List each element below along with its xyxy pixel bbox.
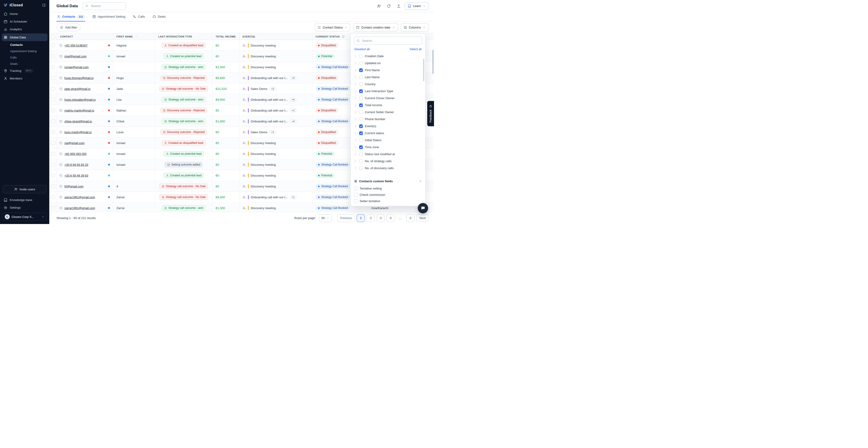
page-button[interactable]: 3 [377, 214, 385, 222]
drag-handle-icon[interactable] [354, 76, 357, 79]
column-field-item[interactable]: Country [354, 80, 422, 88]
field-checkbox[interactable] [359, 117, 363, 121]
row-checkbox[interactable] [51, 184, 55, 188]
row-checkbox[interactable] [51, 195, 55, 199]
sidebar-item-settings[interactable]: Settings [0, 204, 49, 211]
column-field-item[interactable]: Initial Status [354, 137, 422, 144]
select-all-link[interactable]: Select all [410, 47, 422, 51]
contact-link[interactable]: chloe.girard@imail.io [64, 120, 92, 123]
row-checkbox[interactable] [51, 55, 55, 58]
chat-widget-button[interactable] [418, 203, 428, 213]
collapse-sidebar-icon[interactable] [42, 3, 46, 7]
contact-link[interactable]: zarrar1961@gmail.com [64, 206, 95, 210]
field-checkbox[interactable] [354, 186, 358, 190]
deselect-all-link[interactable]: Deselect all [354, 47, 370, 51]
field-checkbox[interactable] [359, 68, 363, 72]
contact-link[interactable]: zarrar1961@gmail.com [64, 196, 95, 199]
field-checkbox[interactable] [354, 193, 358, 197]
tab-calls[interactable]: Calls [132, 12, 145, 22]
contact-link[interactable]: jade.girard@imail.io [64, 87, 90, 91]
drag-handle-icon[interactable] [354, 118, 357, 121]
contact-link[interactable]: hugo.thomas@imail.io [64, 76, 94, 80]
info-icon[interactable] [342, 35, 345, 38]
field-checkbox[interactable] [359, 138, 363, 142]
tab-deals[interactable]: Deals [152, 12, 166, 22]
field-checkbox[interactable] [359, 110, 363, 114]
row-checkbox[interactable] [51, 65, 55, 69]
columns-search[interactable] [354, 37, 422, 45]
export-button[interactable] [395, 2, 403, 10]
add-filter-button[interactable]: Add filter [57, 24, 81, 31]
contact-link[interactable]: louis.martin@imail.io [64, 131, 92, 134]
contact-link[interactable]: frf@gmail.com [64, 185, 84, 188]
sidebar-subitem-calls[interactable]: Calls [0, 54, 49, 61]
drag-handle-icon[interactable] [354, 125, 357, 128]
field-checkbox[interactable] [359, 82, 363, 86]
contact-creation-date-filter[interactable]: Contact creation date [353, 23, 398, 31]
field-checkbox[interactable] [359, 125, 363, 128]
drag-handle-icon[interactable] [354, 111, 357, 114]
field-checkbox[interactable] [359, 131, 363, 135]
contact-link[interactable]: +33 6 94 93 83 33 [64, 163, 88, 166]
page-button[interactable]: 4 [386, 214, 395, 222]
sidebar-subitem-deals[interactable]: Deals [0, 61, 49, 67]
drag-handle-icon[interactable] [354, 132, 357, 135]
column-field-item[interactable]: Current Closer Owner [354, 95, 422, 102]
columns-button[interactable]: Columns [401, 23, 429, 31]
column-header-first-name[interactable]: FIRST NAME [113, 33, 155, 40]
column-field-item[interactable]: First Name [354, 67, 422, 74]
tab-contacts[interactable]: Contacts 211 [57, 12, 85, 22]
sidebar-item-global-data[interactable]: Global Data [2, 33, 48, 41]
field-checkbox[interactable] [359, 61, 363, 65]
drag-handle-icon[interactable] [354, 62, 357, 65]
row-checkbox[interactable] [51, 152, 55, 156]
previous-page-button[interactable]: Previous [337, 214, 355, 222]
row-checkbox[interactable] [51, 206, 55, 210]
contact-link[interactable]: ismae@gmail.com [64, 66, 89, 69]
sidebar-subitem-appointment-setting[interactable]: Appointment Setting [0, 48, 49, 54]
rows-per-page-select[interactable]: 50 [319, 214, 332, 222]
contact-link[interactable]: rjnef@gmail.com [64, 55, 87, 58]
drag-handle-icon[interactable] [354, 83, 357, 86]
invite-users-button[interactable]: Invite users [3, 185, 46, 193]
workspace-switcher[interactable]: C Closers Corp S... [3, 213, 46, 221]
field-checkbox[interactable] [359, 166, 363, 170]
row-checkbox[interactable] [51, 119, 55, 123]
column-field-item[interactable]: Current Setter Owner [354, 109, 422, 115]
drag-handle-icon[interactable] [354, 104, 357, 107]
contact-link[interactable]: +92 359-5196357 [64, 44, 88, 47]
row-checkbox[interactable] [51, 87, 55, 91]
refresh-button[interactable] [385, 2, 393, 10]
drag-handle-icon[interactable] [354, 55, 357, 58]
chevron-up-icon[interactable] [419, 179, 422, 183]
drag-handle-icon[interactable] [354, 160, 357, 163]
add-user-button[interactable] [375, 2, 383, 10]
column-menu-icon[interactable] [135, 35, 138, 38]
column-field-item[interactable]: No. of discovery calls [354, 165, 422, 172]
custom-fields-section-header[interactable]: Contacts custom fields [354, 177, 422, 185]
page-button[interactable]: 5 [406, 214, 414, 222]
drag-handle-icon[interactable] [354, 90, 357, 93]
sidebar-subitem-contacts[interactable]: Contacts [0, 41, 49, 48]
column-field-item[interactable]: Last Name [354, 74, 422, 80]
column-field-item[interactable]: No. of strategy calls [354, 158, 422, 165]
column-field-item[interactable]: Creation Date [354, 53, 422, 60]
field-checkbox[interactable] [359, 90, 363, 93]
sidebar-item-knowledge-base[interactable]: Knowledge base [0, 196, 49, 204]
columns-search-input[interactable] [362, 39, 420, 43]
contact-status-filter[interactable]: Contact Status [315, 23, 350, 31]
sidebar-item-members[interactable]: Members [0, 74, 49, 82]
global-search[interactable] [83, 2, 126, 10]
field-checkbox[interactable] [359, 96, 363, 100]
field-checkbox[interactable] [359, 152, 363, 156]
row-checkbox[interactable] [51, 130, 55, 134]
field-checkbox[interactable] [359, 160, 363, 163]
feedback-tab[interactable]: Feedback [427, 101, 434, 126]
table-vertical-scrollbar[interactable] [432, 50, 434, 74]
row-checkbox[interactable] [51, 163, 55, 166]
contact-link[interactable]: +33 6 58 49 39 83 [64, 174, 88, 177]
row-checkbox[interactable] [51, 98, 55, 101]
row-checkbox[interactable] [51, 76, 55, 80]
field-checkbox[interactable] [359, 75, 363, 79]
sidebar-item-analytics[interactable]: Analytics [0, 25, 49, 33]
